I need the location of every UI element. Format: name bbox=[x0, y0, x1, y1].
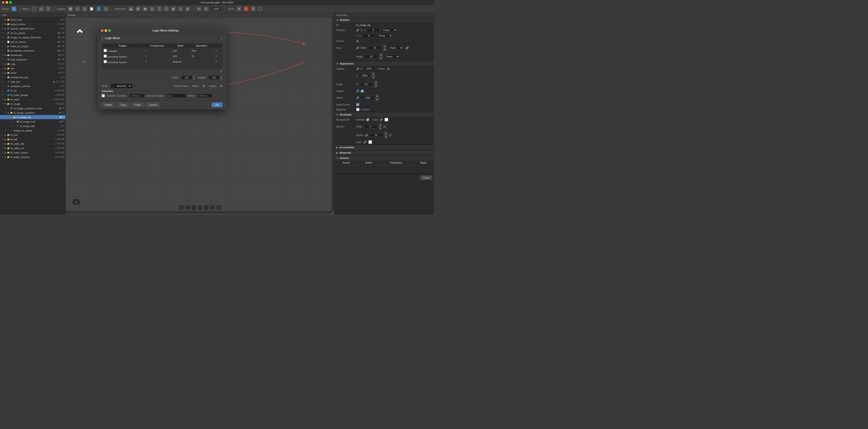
tree-item[interactable]: 👁 ▶ 📁 ht_node ↙1023,197 bbox=[0, 97, 65, 102]
radius-down-button[interactable]: ▼ bbox=[384, 135, 388, 139]
visibility-icon[interactable]: 👁 bbox=[1, 54, 4, 57]
size-chain-icon[interactable]: 🔗 bbox=[405, 46, 409, 50]
delay-input[interactable] bbox=[196, 94, 212, 98]
tree-item[interactable]: 👁 ✖ ht_image_container_close ◆0,-8 bbox=[0, 106, 65, 111]
bg-color-swatch[interactable] bbox=[384, 118, 388, 121]
tree-arrow[interactable]: ▶ bbox=[4, 54, 7, 57]
tree-arrow[interactable]: ▼ bbox=[4, 102, 7, 105]
alpha-stepper[interactable]: ▲ ▼ bbox=[375, 94, 379, 101]
angle-down-button[interactable]: ▼ bbox=[374, 84, 378, 88]
tree-arrow[interactable] bbox=[4, 36, 7, 39]
accessibility-section-header[interactable]: ▶ Accessibility bbox=[335, 145, 434, 150]
angle-stepper[interactable]: ▲ ▼ bbox=[374, 81, 378, 88]
height-stepper[interactable]: ▲ ▼ bbox=[379, 53, 383, 60]
tree-item[interactable]: 👁 🖼 thumbnails_fullscreen ◆0,-18 bbox=[0, 49, 65, 53]
scale-y-input[interactable] bbox=[359, 74, 370, 77]
tool-2[interactable]: A bbox=[244, 6, 249, 11]
border-color-swatch[interactable] bbox=[368, 140, 372, 144]
tree-arrow[interactable]: ▶ bbox=[4, 143, 7, 145]
tree-arrow[interactable] bbox=[4, 85, 7, 88]
tree-item[interactable]: 👁 ▼ 📂 ht_image ↙404,186 bbox=[0, 102, 65, 106]
ok-button[interactable]: OK bbox=[212, 102, 223, 107]
nav-up-button[interactable]: ‹‹ bbox=[72, 199, 80, 205]
close-button[interactable] bbox=[2, 1, 4, 4]
tree-arrow[interactable] bbox=[4, 32, 7, 34]
visibility-icon[interactable]: 👁 bbox=[1, 85, 4, 88]
visibility-icon[interactable]: 👁 bbox=[4, 111, 7, 114]
tree-arrow[interactable]: ▶ bbox=[7, 112, 10, 114]
redo-button[interactable]: ↻ bbox=[204, 6, 209, 11]
tree-arrow[interactable] bbox=[4, 40, 7, 43]
border-dashed-icon[interactable]: ⊡ bbox=[383, 125, 386, 128]
tree-arrow[interactable]: ▶ bbox=[4, 138, 7, 141]
visibility-icon[interactable]: 👁 bbox=[1, 18, 4, 21]
minimize-button[interactable] bbox=[5, 1, 8, 4]
visibility-icon[interactable]: 👁 bbox=[1, 93, 4, 97]
visibility-icon[interactable]: 👁 bbox=[1, 23, 4, 26]
undo-button[interactable]: ↩ bbox=[196, 6, 202, 11]
tree-item[interactable]: 👁 ▶ 📁 ht_image_container ◆0,-8 bbox=[0, 111, 65, 115]
alpha-input[interactable] bbox=[361, 96, 374, 99]
canvas-content[interactable]: ⌃ $(hs) 📷 ⊕ ‹‹ ‹‹ bbox=[66, 18, 334, 214]
advanced-tool-1[interactable]: ▬ bbox=[128, 6, 133, 11]
height-stepper[interactable]: ▲ ▼ bbox=[220, 75, 223, 80]
dialog-min-button[interactable] bbox=[104, 29, 107, 32]
tree-item[interactable]: 👁 🌐 ht_node_google ↙100,220 bbox=[0, 93, 65, 97]
nav-up-arrow-button[interactable]: ↑ bbox=[204, 205, 209, 210]
image-tool-6[interactable]: ⬡ bbox=[103, 6, 108, 11]
scale-y-stepper[interactable]: ▲ ▼ bbox=[372, 72, 375, 79]
tree-item[interactable]: 👁 ↑ image_hs_popup ↑0,-330 bbox=[0, 128, 65, 133]
visibility-icon[interactable]: 👁 bbox=[1, 71, 4, 74]
height-unit-select[interactable]: Pixels % bbox=[384, 55, 400, 59]
visible-checkbox[interactable] bbox=[361, 90, 364, 93]
tree-arrow[interactable] bbox=[4, 50, 7, 52]
tree-item[interactable]: 👁 🔲 background_blur ⬧0,0 bbox=[0, 75, 65, 80]
tree-item[interactable]: 👁 🖼 ht_image_icon ◆0,0 bbox=[0, 119, 65, 124]
window-controls[interactable] bbox=[2, 1, 12, 4]
delete-button[interactable]: Delete bbox=[102, 102, 116, 107]
tree-item[interactable]: 👁 ▶ 📁 ht_info ↙84,186 bbox=[0, 133, 65, 137]
tree-arrow[interactable] bbox=[4, 81, 7, 83]
advanced-tool-9[interactable]: ⊛ bbox=[185, 6, 190, 11]
dialog-max-button[interactable] bbox=[108, 29, 111, 32]
scale-y-down-button[interactable]: ▼ bbox=[372, 75, 375, 79]
width-stepper[interactable]: ▲ ▼ bbox=[383, 44, 386, 52]
width-stepper[interactable]: ▲ ▼ bbox=[192, 75, 195, 80]
tree-item[interactable]: 👁 ▶ 📁 ht_video_vimeo ↙624,186 bbox=[0, 150, 65, 155]
easing-input[interactable] bbox=[166, 94, 186, 98]
width-up-button[interactable]: ▲ bbox=[383, 44, 386, 48]
alpha-down-button[interactable]: ▼ bbox=[375, 98, 379, 101]
add-row-button[interactable]: + bbox=[220, 37, 223, 41]
tree-item[interactable]: 👁 ▶ 📁 ht_video_youtube ↙514,186 bbox=[0, 155, 65, 159]
visibility-icon[interactable]: 👁 bbox=[1, 80, 4, 83]
width-up-button[interactable]: ▲ bbox=[192, 75, 195, 78]
tree-item[interactable]: 👁 ▶ 📁 ht_pdf ↙294,186 bbox=[0, 137, 65, 142]
delete-row-button[interactable]: ✕ bbox=[215, 55, 217, 58]
height-input[interactable] bbox=[365, 55, 378, 58]
angle-input[interactable] bbox=[360, 83, 373, 86]
visibility-icon[interactable]: 👁 bbox=[4, 129, 7, 132]
visibility-icon[interactable]: 👁 bbox=[1, 156, 4, 159]
tree-arrow[interactable]: ▶ bbox=[4, 133, 7, 136]
visibility-icon[interactable]: 👁 bbox=[10, 120, 13, 123]
angle-up-button[interactable]: ▲ bbox=[374, 81, 378, 84]
anchor-grid-icon[interactable]: ⊞ bbox=[356, 39, 359, 43]
actions-section-header[interactable]: ▼ Actions bbox=[335, 156, 434, 161]
radius-stepper[interactable]: ▲ ▼ bbox=[384, 132, 388, 139]
width-size-input[interactable] bbox=[181, 75, 192, 80]
advanced-tool-7[interactable]: ▶ bbox=[171, 6, 176, 11]
tree-arrow[interactable] bbox=[7, 107, 10, 110]
row-checkbox[interactable] bbox=[104, 60, 107, 63]
visibility-icon[interactable]: 👁 bbox=[1, 89, 4, 92]
zoom-display[interactable]: 100% bbox=[211, 7, 222, 11]
image-tool-4[interactable]: 📄 bbox=[89, 6, 94, 11]
height-size-input[interactable] bbox=[209, 75, 220, 80]
visibility-icon[interactable]: 👁 bbox=[1, 36, 4, 39]
tree-arrow[interactable]: ▶ bbox=[4, 67, 7, 70]
visibility-icon[interactable]: 👁 bbox=[1, 133, 4, 136]
radius-corners-icon[interactable]: ⊡ bbox=[389, 133, 392, 137]
nav-prev-prev-button[interactable]: ‹‹ bbox=[179, 205, 184, 210]
height-down-button[interactable]: ▼ bbox=[379, 57, 383, 60]
y-input[interactable] bbox=[362, 34, 375, 37]
appearance-section-header[interactable]: ▼ Appearance bbox=[335, 61, 434, 66]
